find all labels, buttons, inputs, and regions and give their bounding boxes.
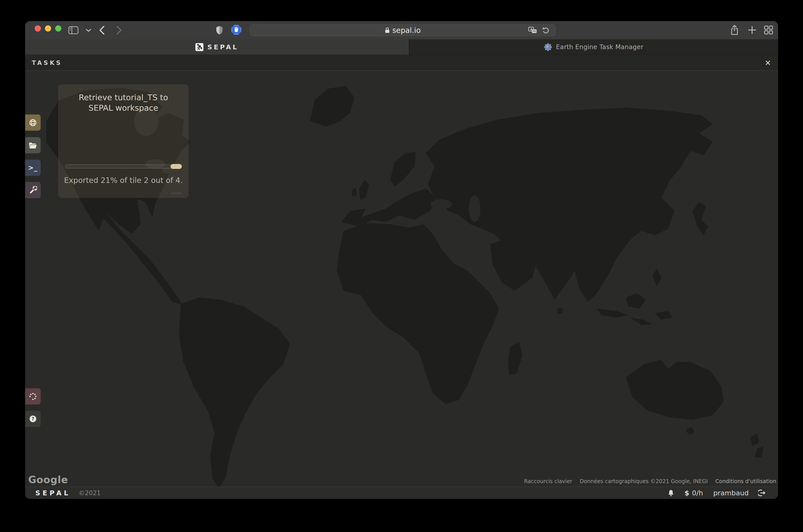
question-icon: ?	[29, 415, 37, 423]
window-close-button[interactable]	[35, 25, 41, 32]
sepal-app: TASKS ✕ >_	[25, 55, 778, 499]
tab-earth-engine-task-manager[interactable]: Earth Engine Task Manager	[409, 39, 778, 55]
translate-icon[interactable]: A	[528, 27, 537, 34]
map-attribution: Raccourcis clavier Données cartographiqu…	[524, 478, 776, 484]
window-minimize-button[interactable]	[45, 25, 51, 32]
app-footer: SEPAL ©2021 $ 0/h prambaud	[25, 487, 778, 499]
username[interactable]: prambaud	[713, 489, 749, 497]
task-progress-bar	[65, 164, 182, 169]
sidebar-item-apps[interactable]	[25, 182, 41, 198]
close-tasks-button[interactable]: ✕	[762, 55, 774, 71]
spinner-icon	[29, 393, 37, 400]
card-footer-hint	[170, 192, 182, 194]
progress-track	[65, 165, 182, 168]
tab-ee-label: Earth Engine Task Manager	[556, 43, 643, 51]
tab-overview-icon[interactable]	[764, 25, 773, 35]
earth-engine-icon	[544, 43, 552, 51]
window-zoom-button[interactable]	[55, 25, 61, 32]
terms-of-use-link[interactable]: Conditions d'utilisation	[715, 478, 776, 484]
shield-icon[interactable]	[216, 25, 223, 35]
forward-icon[interactable]	[116, 25, 122, 35]
sidebar-item-tasks[interactable]	[25, 388, 41, 404]
sepal-satellite-icon	[195, 43, 203, 51]
keyboard-shortcuts-link[interactable]: Raccourcis clavier	[524, 478, 572, 484]
logout-icon[interactable]	[758, 489, 766, 496]
sidebar-toggle-icon[interactable]	[68, 26, 78, 35]
google-logo: Google	[28, 474, 68, 485]
hand-blocker-extension-icon[interactable]	[231, 25, 241, 35]
hand-icon	[234, 27, 239, 33]
dollar-icon[interactable]: $	[685, 489, 689, 497]
chevron-down-icon[interactable]	[86, 28, 91, 32]
tasks-header: TASKS ✕	[25, 55, 778, 71]
task-card: Retrieve tutorial_TS to SEPAL workspace …	[58, 84, 188, 198]
svg-text:?: ?	[32, 416, 34, 421]
browser-toolbar: sepal.io A	[25, 21, 778, 39]
tab-sepal[interactable]: SEPAL	[25, 39, 409, 55]
reload-icon[interactable]	[542, 26, 549, 35]
new-tab-icon[interactable]	[748, 25, 757, 35]
sidebar-item-terminal[interactable]: >_	[25, 159, 41, 176]
terminal-icon: >_	[28, 164, 38, 172]
address-bar[interactable]: sepal.io A	[250, 24, 556, 36]
safari-window: sepal.io A	[25, 21, 778, 499]
task-status-text: Exported 21% of tile 2 out of 4.	[58, 176, 188, 185]
url-text: sepal.io	[392, 26, 421, 35]
wrench-icon	[29, 186, 37, 194]
usage-rate[interactable]: 0/h	[692, 489, 703, 497]
map-data-text: Données cartographiques ©2021 Google, IN…	[580, 478, 708, 484]
tasks-title: TASKS	[32, 59, 62, 66]
notifications-bell-icon[interactable]	[668, 489, 674, 496]
progress-chunk	[170, 164, 182, 169]
footer-brand: SEPAL	[35, 489, 71, 497]
sidebar-item-help[interactable]: ?	[25, 411, 41, 427]
back-icon[interactable]	[99, 25, 105, 35]
task-title: Retrieve tutorial_TS to SEPAL workspace	[58, 92, 188, 113]
folder-icon	[29, 142, 37, 149]
sidebar-item-map[interactable]	[25, 114, 41, 131]
sidebar-item-files[interactable]	[25, 137, 41, 153]
share-icon[interactable]	[730, 25, 739, 35]
globe-icon	[29, 119, 37, 127]
lock-icon	[385, 27, 390, 33]
footer-copyright: ©2021	[79, 489, 101, 497]
tab-bar: SEPAL Earth Engine Task Manager	[25, 39, 778, 55]
tab-sepal-label: SEPAL	[207, 43, 239, 51]
